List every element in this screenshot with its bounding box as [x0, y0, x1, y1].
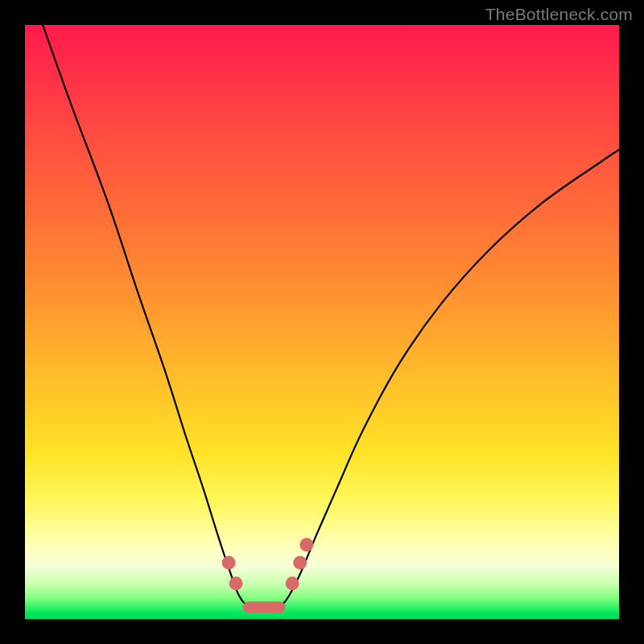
data-marker [222, 555, 236, 569]
chart-plot-area [25, 25, 619, 619]
curve-right-arm [280, 150, 619, 607]
data-marker [299, 538, 313, 551]
chart-frame: TheBottleneck.com [0, 0, 644, 644]
data-marker [293, 555, 307, 569]
data-marker [229, 576, 242, 590]
chart-svg [25, 25, 619, 619]
marker-group [222, 538, 314, 590]
valley-floor-bar [243, 601, 286, 613]
data-marker [286, 576, 299, 590]
watermark-text: TheBottleneck.com [485, 5, 633, 24]
curve-left-arm [43, 25, 248, 607]
